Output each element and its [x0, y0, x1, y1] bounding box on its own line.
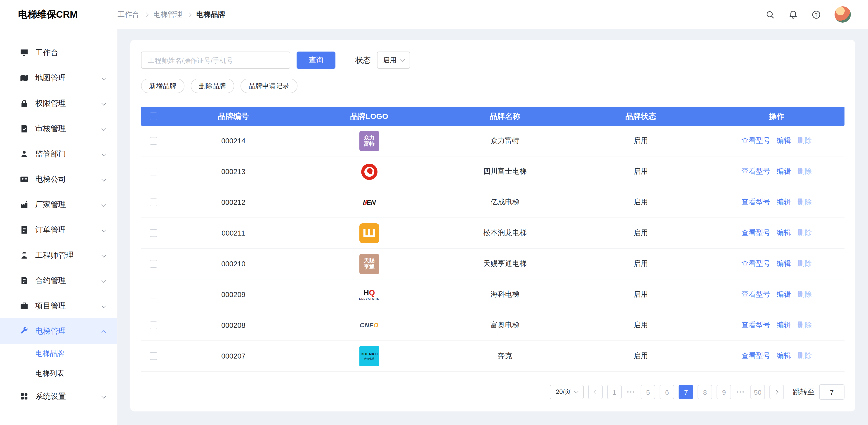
status-select[interactable]: 启用: [377, 52, 410, 69]
chevron-down-icon: [101, 303, 106, 308]
sidebar-subitem-elevator-list[interactable]: 电梯列表: [0, 364, 117, 384]
help-icon[interactable]: ?: [811, 10, 821, 19]
page-button-5[interactable]: 5: [641, 385, 655, 399]
delete-link[interactable]: 删除: [798, 290, 812, 299]
brand-logo-cell: 众力富特: [301, 131, 437, 151]
breadcrumb-item-workbench[interactable]: 工作台: [118, 10, 139, 19]
pagination-ellipsis[interactable]: •••: [626, 389, 636, 395]
sidebar-item-permission[interactable]: 权限管理: [0, 90, 117, 116]
sidebar-item-contract[interactable]: 合约管理: [0, 268, 117, 293]
view-models-link[interactable]: 查看型号: [741, 228, 770, 238]
row-checkbox[interactable]: [149, 199, 157, 206]
row-checkbox[interactable]: [149, 322, 157, 329]
chevron-down-icon: [101, 253, 106, 257]
brand-name: 奔克: [437, 351, 573, 361]
delete-link[interactable]: 删除: [798, 321, 812, 330]
view-models-link[interactable]: 查看型号: [741, 321, 770, 330]
edit-link[interactable]: 编辑: [777, 167, 791, 176]
page-button-7[interactable]: 7: [679, 385, 693, 399]
delete-link[interactable]: 删除: [798, 198, 812, 207]
page-button-8[interactable]: 8: [698, 385, 712, 399]
chevron-down-icon: [101, 101, 106, 105]
view-models-link[interactable]: 查看型号: [741, 167, 770, 176]
prev-page-button[interactable]: [588, 385, 602, 399]
bell-icon[interactable]: [788, 10, 798, 19]
main-content: 查询 状态 启用 新增品牌删除品牌品牌申请记录 品牌编号 品牌LOGO 品牌名称…: [118, 29, 868, 425]
edit-link[interactable]: 编辑: [777, 290, 791, 299]
edit-link[interactable]: 编辑: [777, 198, 791, 207]
edit-link[interactable]: 编辑: [777, 351, 791, 361]
sidebar-item-manufacturer[interactable]: 厂家管理: [0, 192, 117, 217]
brand-name: 四川富士电梯: [437, 167, 573, 176]
edit-link[interactable]: 编辑: [777, 259, 791, 269]
brand-logo: HQELEVATORS: [359, 284, 379, 304]
sidebar-item-audit[interactable]: 审核管理: [0, 116, 117, 141]
search-input[interactable]: [141, 52, 290, 69]
delete-link[interactable]: 删除: [798, 228, 812, 238]
search-icon[interactable]: [765, 10, 775, 19]
sidebar-item-label: 电梯公司: [35, 174, 66, 184]
sidebar-item-elevator[interactable]: 电梯管理: [0, 318, 117, 344]
sidebar-subitem-elevator-brand[interactable]: 电梯品牌: [0, 344, 117, 364]
delete-link[interactable]: 删除: [798, 136, 812, 146]
sidebar-item-elevator-company[interactable]: 电梯公司: [0, 166, 117, 192]
sidebar-item-workbench[interactable]: 工作台: [0, 40, 117, 65]
sidebar-item-map[interactable]: 地图管理: [0, 65, 117, 90]
table-row: 000208CNFO富奥电梯启用查看型号编辑删除: [141, 310, 844, 341]
view-models-link[interactable]: 查看型号: [741, 351, 770, 361]
query-button[interactable]: 查询: [297, 52, 336, 69]
chevron-down-icon: [101, 75, 106, 80]
sidebar-item-settings[interactable]: 系统设置: [0, 384, 117, 409]
jump-input[interactable]: [819, 384, 844, 400]
row-checkbox[interactable]: [149, 291, 157, 298]
row-operations: 查看型号编辑删除: [709, 228, 844, 238]
view-models-link[interactable]: 查看型号: [741, 290, 770, 299]
audit-icon: [20, 124, 29, 133]
brand-name: 众力富特: [437, 136, 573, 146]
brand-application-records-button[interactable]: 品牌申请记录: [241, 79, 298, 93]
sidebar-item-supervision[interactable]: 监管部门: [0, 141, 117, 166]
row-checkbox[interactable]: [149, 352, 157, 360]
sidebar-item-label: 订单管理: [35, 224, 66, 235]
row-checkbox[interactable]: [149, 260, 157, 268]
row-checkbox[interactable]: [149, 168, 157, 175]
select-all-checkbox[interactable]: [149, 112, 157, 120]
delete-link[interactable]: 删除: [798, 259, 812, 269]
sidebar-item-engineer[interactable]: 工程师管理: [0, 242, 117, 268]
row-checkbox[interactable]: [149, 137, 157, 145]
engineer-icon: [20, 251, 29, 259]
avatar[interactable]: [835, 6, 851, 23]
breadcrumb-item-elevator-management[interactable]: 电梯管理: [153, 10, 182, 19]
row-checkbox[interactable]: [149, 229, 157, 237]
delete-brand-button[interactable]: 删除品牌: [191, 79, 234, 93]
breadcrumb: 工作台 电梯管理 电梯品牌: [118, 10, 225, 19]
view-models-link[interactable]: 查看型号: [741, 259, 770, 269]
edit-link[interactable]: 编辑: [777, 228, 791, 238]
table-row: 000213四川富士电梯启用查看型号编辑删除: [141, 156, 844, 187]
next-page-button[interactable]: [770, 385, 784, 399]
brand-logo: I//EN: [359, 192, 379, 212]
table-body: 000214众力富特众力富特启用查看型号编辑删除000213四川富士电梯启用查看…: [141, 126, 844, 372]
view-models-link[interactable]: 查看型号: [741, 198, 770, 207]
grid-icon: [20, 392, 29, 400]
page-size-select[interactable]: 20/页: [550, 385, 584, 399]
add-brand-button[interactable]: 新增品牌: [141, 79, 184, 93]
sidebar-item-order[interactable]: 订单管理: [0, 217, 117, 242]
pagination-ellipsis[interactable]: •••: [736, 389, 746, 395]
delete-link[interactable]: 删除: [798, 351, 812, 361]
page-button-50[interactable]: 50: [750, 385, 765, 399]
page-button-9[interactable]: 9: [717, 385, 731, 399]
page-button-1[interactable]: 1: [607, 385, 622, 399]
view-models-link[interactable]: 查看型号: [741, 136, 770, 146]
dashboard-icon: [20, 48, 29, 57]
brand-logo-cell: 天赐亨通: [301, 254, 437, 274]
page-button-6[interactable]: 6: [660, 385, 674, 399]
delete-link[interactable]: 删除: [798, 167, 812, 176]
sidebar-item-label: 电梯管理: [35, 326, 66, 336]
action-button-row: 新增品牌删除品牌品牌申请记录: [141, 79, 844, 93]
order-icon: [20, 225, 29, 234]
edit-link[interactable]: 编辑: [777, 136, 791, 146]
sidebar-item-label: 工作台: [35, 47, 58, 58]
sidebar-item-project[interactable]: 项目管理: [0, 293, 117, 318]
edit-link[interactable]: 编辑: [777, 321, 791, 330]
